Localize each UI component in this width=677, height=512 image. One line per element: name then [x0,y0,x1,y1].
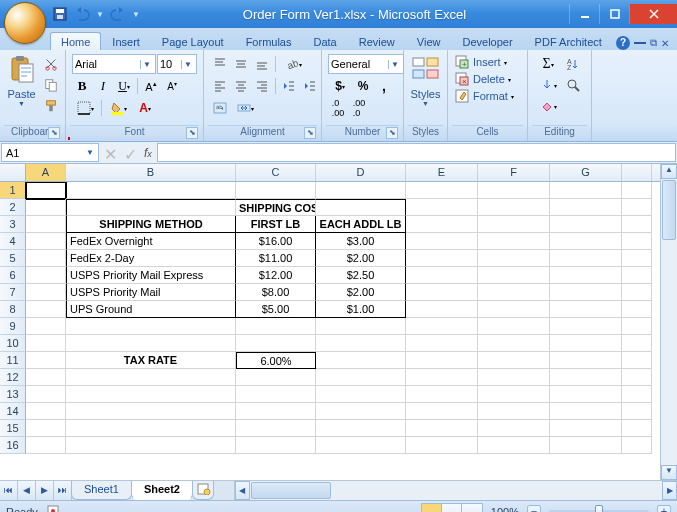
cell[interactable]: USPS Priority Mail [66,284,236,301]
cell[interactable] [236,403,316,420]
cell-header-addl[interactable]: EACH ADDL LB [316,216,406,233]
row-header[interactable]: 11 [0,352,26,369]
cell-shipping-cost-title[interactable]: SHIPPING COST [236,199,316,216]
col-header-a[interactable]: A [26,164,66,181]
cell[interactable] [316,199,406,216]
cell[interactable]: $16.00 [236,233,316,250]
format-cells-icon[interactable] [454,88,470,104]
cell[interactable] [26,250,66,267]
name-box[interactable]: A1▼ [1,143,99,162]
cell[interactable] [66,420,236,437]
cell[interactable] [406,250,478,267]
border-icon[interactable]: ▾ [72,98,98,118]
cell[interactable] [622,420,652,437]
tab-pdf-architect[interactable]: PDF Architect [524,32,613,50]
delete-cells-label[interactable]: Delete [473,73,505,85]
cell[interactable] [622,352,652,369]
page-layout-view-icon[interactable] [442,504,462,513]
tab-page-layout[interactable]: Page Layout [151,32,235,50]
align-bottom-icon[interactable] [252,54,272,74]
tab-review[interactable]: Review [348,32,406,50]
cell-header-method[interactable]: SHIPPING METHOD [66,216,236,233]
cell[interactable] [406,267,478,284]
col-header-c[interactable]: C [236,164,316,181]
cell[interactable] [550,318,622,335]
cell[interactable] [550,335,622,352]
cell[interactable] [26,318,66,335]
row-header[interactable]: 1 [0,182,26,199]
cell[interactable] [550,369,622,386]
cell[interactable] [622,284,652,301]
fill-icon[interactable]: ▾ [534,75,562,95]
sheet-nav-first-icon[interactable]: ⏮ [0,481,18,500]
row-header[interactable]: 6 [0,267,26,284]
zoom-out-icon[interactable]: − [527,505,541,513]
styles-button[interactable]: Styles ▼ [408,52,443,107]
scroll-up-icon[interactable]: ▲ [661,164,677,179]
cell[interactable] [550,284,622,301]
row-header[interactable]: 15 [0,420,26,437]
align-middle-icon[interactable] [231,54,251,74]
sheet-nav-prev-icon[interactable]: ◀ [18,481,36,500]
insert-cells-label[interactable]: Insert [473,56,501,68]
normal-view-icon[interactable] [422,504,442,513]
cell[interactable] [550,199,622,216]
cell[interactable] [550,250,622,267]
cell[interactable] [622,437,652,454]
cell[interactable]: $2.00 [316,284,406,301]
orientation-icon[interactable]: ab▾ [279,54,307,74]
cell[interactable] [26,233,66,250]
save-icon[interactable] [52,6,68,22]
cell[interactable] [66,318,236,335]
zoom-slider-handle[interactable] [595,505,603,513]
cell[interactable] [316,420,406,437]
cell[interactable]: $11.00 [236,250,316,267]
cell[interactable] [406,352,478,369]
cell[interactable] [478,301,550,318]
cell[interactable] [478,369,550,386]
enter-formula-icon[interactable]: ✓ [124,145,140,161]
cell[interactable]: $2.00 [316,250,406,267]
restore-window-icon[interactable]: ⧉ [650,37,657,49]
help-icon[interactable]: ? [616,36,630,50]
scroll-down-icon[interactable]: ▼ [661,465,677,480]
cell[interactable] [406,182,478,199]
cell[interactable] [406,284,478,301]
office-button[interactable] [4,2,46,44]
cell[interactable] [236,420,316,437]
col-header-h[interactable] [622,164,652,181]
cell[interactable] [236,437,316,454]
font-color-icon[interactable]: A▾ [132,98,158,118]
zoom-level[interactable]: 100% [491,506,519,513]
percent-format-icon[interactable]: % [353,76,373,96]
cell[interactable] [26,403,66,420]
cell[interactable] [406,420,478,437]
cell[interactable] [66,199,236,216]
cell-tax-value[interactable]: 6.00% [236,352,316,369]
minimize-button[interactable] [569,4,599,24]
cell[interactable] [26,437,66,454]
cell[interactable] [66,182,236,199]
cell[interactable] [26,199,66,216]
cell-tax-label[interactable]: TAX RATE [66,352,236,369]
cell[interactable] [316,369,406,386]
cell[interactable] [406,403,478,420]
col-header-f[interactable]: F [478,164,550,181]
cell[interactable] [406,386,478,403]
cell[interactable] [622,216,652,233]
cell[interactable] [622,250,652,267]
align-center-icon[interactable] [231,76,251,96]
cell[interactable] [26,267,66,284]
sheet-tab-sheet1[interactable]: Sheet1 [71,481,132,500]
paste-button[interactable]: Paste ▼ [4,52,39,107]
col-header-b[interactable]: B [66,164,236,181]
col-header-g[interactable]: G [550,164,622,181]
cell[interactable]: UPS Ground [66,301,236,318]
cell[interactable]: $8.00 [236,284,316,301]
undo-icon[interactable] [74,6,90,22]
format-painter-icon[interactable] [41,96,61,116]
decrease-decimal-icon[interactable]: .00.0 [349,98,369,118]
cell[interactable] [236,182,316,199]
cell[interactable] [478,267,550,284]
tab-formulas[interactable]: Formulas [235,32,303,50]
